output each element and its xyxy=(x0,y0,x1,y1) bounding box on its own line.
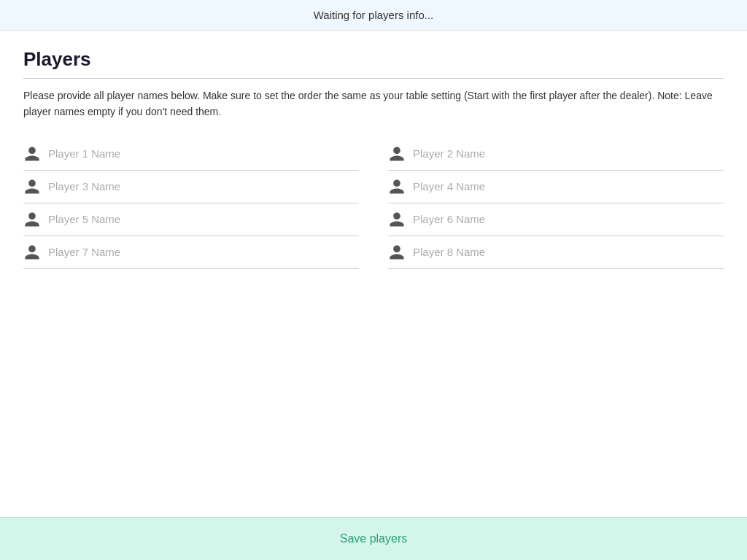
status-text: Waiting for players info... xyxy=(314,9,434,21)
player-field-6 xyxy=(388,203,724,236)
players-grid xyxy=(23,138,724,269)
footer-bar: Save players xyxy=(0,517,747,560)
player-4-input[interactable] xyxy=(413,180,724,192)
status-banner: Waiting for players info... xyxy=(0,0,747,31)
player-field-1 xyxy=(23,138,359,171)
player-field-3 xyxy=(23,171,359,203)
person-icon-1 xyxy=(23,145,41,163)
player-6-input[interactable] xyxy=(413,213,724,225)
player-5-input[interactable] xyxy=(48,213,359,225)
person-icon-5 xyxy=(23,211,41,228)
player-7-input[interactable] xyxy=(48,246,359,258)
person-icon-3 xyxy=(23,178,41,195)
player-field-2 xyxy=(388,138,724,171)
player-field-7 xyxy=(23,236,359,269)
player-field-5 xyxy=(23,203,359,236)
player-3-input[interactable] xyxy=(48,180,359,192)
player-2-input[interactable] xyxy=(413,147,724,160)
player-field-8 xyxy=(388,236,724,269)
person-icon-2 xyxy=(388,145,406,163)
player-field-4 xyxy=(388,171,724,203)
page-title: Players xyxy=(23,48,724,79)
player-1-input[interactable] xyxy=(48,147,359,160)
main-content: Players Please provide all player names … xyxy=(0,31,747,517)
person-icon-8 xyxy=(388,244,406,261)
person-icon-7 xyxy=(23,244,41,261)
player-8-input[interactable] xyxy=(413,246,724,258)
save-players-button[interactable]: Save players xyxy=(331,529,417,548)
person-icon-6 xyxy=(388,211,406,228)
instructions-text: Please provide all player names below. M… xyxy=(23,88,724,120)
person-icon-4 xyxy=(388,178,406,195)
